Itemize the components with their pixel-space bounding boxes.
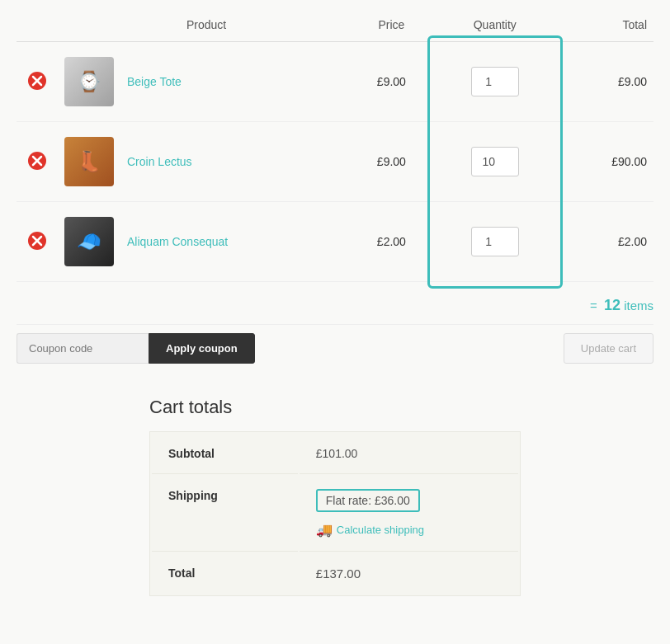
cart-row: ⌚Beige Tote£9.00£9.00 [17, 42, 653, 122]
subtotal-row: Subtotal £101.00 [152, 434, 518, 474]
remove-item-button[interactable] [28, 152, 46, 172]
items-count-equals: = [590, 298, 597, 313]
remove-item-button[interactable] [28, 72, 46, 92]
product-total: £2.00 [556, 202, 653, 282]
col-header-total: Total [556, 8, 653, 42]
col-header-thumb [58, 8, 120, 42]
col-header-remove [17, 8, 58, 42]
truck-icon: 🚚 [316, 522, 333, 538]
col-header-product: Product [120, 8, 349, 42]
total-label: Total [152, 553, 298, 594]
apply-coupon-button[interactable]: Apply coupon [149, 333, 255, 364]
quantity-input[interactable] [471, 147, 519, 176]
remove-item-button[interactable] [28, 232, 46, 252]
cart-row: 👢Croin Lectus£9.00£90.00 [17, 122, 653, 202]
product-quantity-cell [434, 202, 556, 282]
flat-rate-box: Flat rate: £36.00 [316, 489, 420, 512]
product-quantity-cell [434, 42, 556, 122]
calculate-shipping-row: 🚚 Calculate shipping [316, 522, 502, 538]
remove-icon [28, 232, 46, 250]
cart-totals-section: Cart totals Subtotal £101.00 Shipping Fl… [149, 397, 521, 596]
coupon-section: Apply coupon [17, 333, 255, 364]
coupon-input[interactable] [17, 333, 149, 364]
product-name-link[interactable]: Aliquam Consequat [127, 235, 228, 248]
product-total: £90.00 [556, 122, 653, 202]
shipping-value: Flat rate: £36.00 🚚 Calculate shipping [300, 476, 518, 552]
product-thumbnail: ⌚ [64, 57, 114, 106]
totals-table: Subtotal £101.00 Shipping Flat rate: £36… [149, 431, 521, 596]
remove-icon [28, 72, 46, 90]
product-price: £9.00 [349, 42, 433, 122]
cart-row: 🧢Aliquam Consequat£2.00£2.00 [17, 202, 653, 282]
items-count-label: items [624, 298, 653, 313]
product-total: £9.00 [556, 42, 653, 122]
update-cart-button[interactable]: Update cart [564, 333, 653, 364]
product-name-link[interactable]: Beige Tote [127, 75, 182, 88]
calculate-shipping-link[interactable]: Calculate shipping [337, 524, 424, 536]
page-wrapper: Product Price Quantity Total ⌚Beige Tote… [0, 0, 670, 604]
product-thumbnail: 👢 [64, 137, 114, 186]
quantity-input[interactable] [471, 67, 519, 96]
total-row: Total £137.00 [152, 553, 518, 594]
shipping-row: Shipping Flat rate: £36.00 🚚 Calculate s… [152, 476, 518, 552]
subtotal-label: Subtotal [152, 434, 298, 474]
remove-icon [28, 152, 46, 170]
col-header-price: Price [349, 8, 433, 42]
product-quantity-cell [434, 122, 556, 202]
shipping-label: Shipping [152, 476, 298, 552]
items-count-row: = 12 items [17, 290, 653, 321]
product-thumbnail: 🧢 [64, 217, 114, 266]
product-name-link[interactable]: Croin Lectus [127, 155, 192, 168]
subtotal-value: £101.00 [300, 434, 518, 474]
items-count-number: 12 [604, 297, 620, 313]
product-price: £9.00 [349, 122, 433, 202]
coupon-update-row: Apply coupon Update cart [17, 324, 653, 380]
col-header-quantity: Quantity [434, 8, 556, 42]
quantity-input[interactable] [471, 227, 519, 256]
total-value: £137.00 [300, 553, 518, 594]
cart-table: Product Price Quantity Total ⌚Beige Tote… [17, 8, 653, 282]
cart-totals-title: Cart totals [149, 397, 521, 418]
product-price: £2.00 [349, 202, 433, 282]
